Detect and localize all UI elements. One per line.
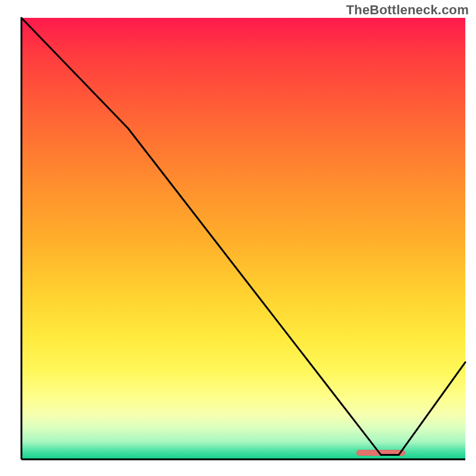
chart-stage: TheBottleneck.com	[0, 0, 476, 476]
bottleneck-curve	[21, 18, 465, 455]
curve-layer	[0, 0, 476, 476]
